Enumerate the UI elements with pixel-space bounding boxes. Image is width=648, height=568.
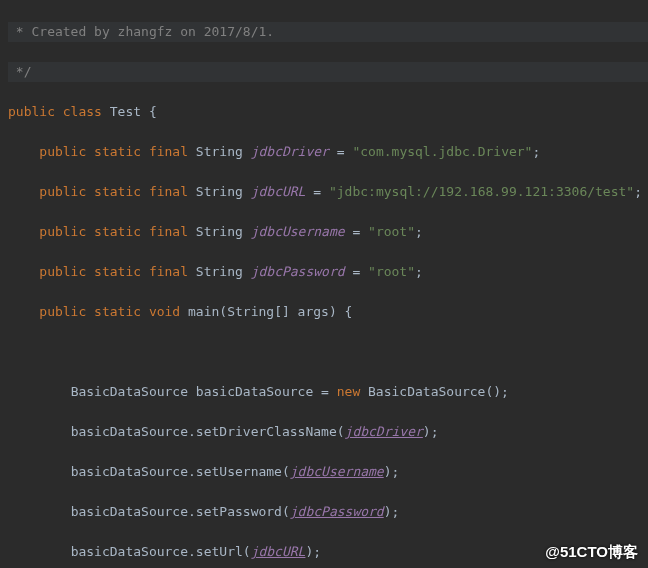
set-user: basicDataSource.setUsername(jdbcUsername… — [8, 462, 648, 482]
set-driver: basicDataSource.setDriverClassName(jdbcD… — [8, 422, 648, 442]
field-driver: public static final String jdbcDriver = … — [8, 142, 648, 162]
class-decl: public class Test { — [8, 102, 648, 122]
code-editor[interactable]: * Created by zhangfz on 2017/8/1. */ pub… — [0, 0, 648, 568]
set-pass: basicDataSource.setPassword(jdbcPassword… — [8, 502, 648, 522]
main-decl: public static void main(String[] args) { — [8, 302, 648, 322]
watermark: @51CTO博客 — [545, 542, 638, 562]
comment-line: * Created by zhangfz on 2017/8/1. — [8, 22, 648, 42]
ds-decl: BasicDataSource basicDataSource = new Ba… — [8, 382, 648, 402]
comment-end: */ — [8, 62, 648, 82]
field-url: public static final String jdbcURL = "jd… — [8, 182, 648, 202]
field-user: public static final String jdbcUsername … — [8, 222, 648, 242]
field-pass: public static final String jdbcPassword … — [8, 262, 648, 282]
blank — [8, 342, 648, 362]
